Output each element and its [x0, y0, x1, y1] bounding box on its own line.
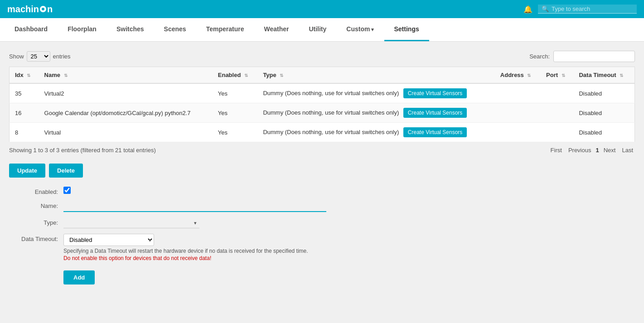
- add-row: Add: [9, 270, 326, 284]
- cell-data-timeout: Disabled: [573, 83, 634, 103]
- sort-arrows-type: ⇅: [280, 73, 283, 78]
- cell-address: [495, 123, 541, 142]
- cell-port: [541, 83, 573, 103]
- sort-arrows-enabled: ⇅: [244, 73, 248, 78]
- cell-name: Virtual: [39, 123, 213, 142]
- cell-port: [541, 123, 573, 142]
- search-label: Search:: [529, 53, 550, 60]
- show-label: Show: [9, 53, 24, 60]
- main-content: Show 25 10 50 100 entries Search: virt I…: [0, 42, 644, 299]
- name-row: Name:: [9, 201, 326, 212]
- table-controls: Show 25 10 50 100 entries Search: virt: [9, 51, 635, 62]
- table-search-input[interactable]: virt: [553, 51, 635, 62]
- cell-enabled: Yes: [213, 123, 258, 142]
- col-address[interactable]: Address ⇅: [495, 67, 541, 84]
- action-buttons: Update Delete: [9, 164, 635, 178]
- logo: machinn: [7, 4, 53, 14]
- cell-idx: 35: [10, 83, 39, 103]
- create-sensors-button[interactable]: Create Virtual Sensors: [403, 127, 467, 137]
- notification-bell-icon[interactable]: 🔔: [523, 5, 533, 14]
- cell-enabled: Yes: [213, 103, 258, 123]
- form-section: Update Delete Enabled: Name: Type:: [9, 164, 635, 284]
- cell-address: [495, 103, 541, 123]
- cell-type: Dummy (Does nothing, use for virtual swi…: [257, 83, 494, 103]
- sort-arrows-idx: ⇅: [27, 73, 30, 78]
- nav-item-utility[interactable]: Utility: [299, 18, 336, 41]
- search-box: 🔍: [538, 5, 637, 14]
- nav-item-custom[interactable]: Custom: [336, 18, 384, 41]
- nav-item-floorplan[interactable]: Floorplan: [58, 18, 107, 41]
- enabled-label: Enabled:: [9, 187, 63, 195]
- table-row[interactable]: 35 Virtual2 Yes Dummy (Does nothing, use…: [10, 83, 635, 103]
- nav-item-settings[interactable]: Settings: [384, 18, 429, 41]
- cell-idx: 8: [10, 123, 39, 142]
- data-timeout-control: Disabled 5 minutes 10 minutes 20 minutes…: [63, 234, 326, 261]
- col-port[interactable]: Port ⇅: [541, 67, 573, 84]
- nav-item-switches[interactable]: Switches: [107, 18, 154, 41]
- nav-item-weather[interactable]: Weather: [254, 18, 299, 41]
- type-select[interactable]: [63, 217, 199, 228]
- table-header-row: Idx ⇅ Name ⇅ Enabled ⇅ Type ⇅ Address ⇅ …: [10, 67, 635, 84]
- entries-per-page-select[interactable]: 25 10 50 100: [27, 51, 50, 62]
- name-control: [63, 201, 326, 212]
- logo-dot: [40, 6, 46, 12]
- add-button[interactable]: Add: [63, 270, 95, 284]
- cell-type: Dummy (Does nothing, use for virtual swi…: [257, 103, 494, 123]
- enabled-control: [63, 187, 326, 195]
- pagination: First Previous 1 Next Last: [549, 146, 635, 154]
- col-type[interactable]: Type ⇅: [257, 67, 494, 84]
- create-sensors-button[interactable]: Create Virtual Sensors: [403, 88, 467, 98]
- col-idx[interactable]: Idx ⇅: [10, 67, 39, 84]
- data-table: Idx ⇅ Name ⇅ Enabled ⇅ Type ⇅ Address ⇅ …: [9, 67, 635, 142]
- create-sensors-button[interactable]: Create Virtual Sensors: [403, 108, 467, 118]
- data-timeout-label: Data Timeout:: [9, 234, 63, 242]
- table-footer: Showing 1 to 3 of 3 entries (filtered fr…: [9, 146, 635, 154]
- nav-item-dashboard[interactable]: Dashboard: [5, 18, 58, 41]
- cell-port: [541, 103, 573, 123]
- col-enabled[interactable]: Enabled ⇅: [213, 67, 258, 84]
- type-label: Type:: [9, 217, 63, 226]
- update-button[interactable]: Update: [9, 164, 45, 178]
- nav-bar: Dashboard Floorplan Switches Scenes Temp…: [0, 18, 644, 42]
- search-icon: 🔍: [542, 5, 549, 12]
- sort-arrows-address: ⇅: [527, 73, 531, 78]
- pagination-last[interactable]: Last: [620, 146, 635, 154]
- cell-type: Dummy (Does nothing, use for virtual swi…: [257, 123, 494, 142]
- table-row[interactable]: 16 Google Calendar (opt/domoticz/GCal/gc…: [10, 103, 635, 123]
- sort-arrows-port: ⇅: [562, 73, 565, 78]
- type-row: Type:: [9, 217, 326, 228]
- cell-data-timeout: Disabled: [573, 103, 634, 123]
- showing-text: Showing 1 to 3 of 3 entries (filtered fr…: [9, 147, 156, 154]
- type-control: [63, 217, 326, 228]
- name-label: Name:: [9, 201, 63, 209]
- col-name[interactable]: Name ⇅: [39, 67, 213, 84]
- name-input[interactable]: [63, 201, 326, 212]
- sort-arrows-timeout: ⇅: [620, 73, 623, 78]
- pagination-current: 1: [596, 147, 599, 154]
- cell-name: Virtual2: [39, 83, 213, 103]
- col-data-timeout[interactable]: Data Timeout ⇅: [573, 67, 634, 84]
- timeout-wrapper: Disabled 5 minutes 10 minutes 20 minutes…: [63, 234, 154, 246]
- table-row[interactable]: 8 Virtual Yes Dummy (Does nothing, use f…: [10, 123, 635, 142]
- enabled-checkbox[interactable]: [63, 187, 71, 194]
- nav-item-temperature[interactable]: Temperature: [196, 18, 254, 41]
- show-entries: Show 25 10 50 100 entries: [9, 51, 71, 62]
- delete-button[interactable]: Delete: [49, 164, 83, 178]
- table-search-box: Search: virt: [529, 51, 635, 62]
- cell-idx: 16: [10, 103, 39, 123]
- entries-label: entries: [53, 53, 71, 60]
- pagination-previous[interactable]: Previous: [567, 146, 593, 154]
- top-bar: machinn 🔔 🔍: [0, 0, 644, 18]
- pagination-next[interactable]: Next: [602, 146, 618, 154]
- timeout-hint-red: Do not enable this option for devices th…: [63, 255, 326, 261]
- pagination-first[interactable]: First: [549, 146, 564, 154]
- data-timeout-select[interactable]: Disabled 5 minutes 10 minutes 20 minutes…: [63, 234, 154, 246]
- nav-item-scenes[interactable]: Scenes: [154, 18, 196, 41]
- enabled-row: Enabled:: [9, 187, 326, 195]
- search-input[interactable]: [552, 5, 633, 12]
- cell-enabled: Yes: [213, 83, 258, 103]
- sort-arrows-name: ⇅: [64, 73, 68, 78]
- data-timeout-row: Data Timeout: Disabled 5 minutes 10 minu…: [9, 234, 326, 261]
- cell-address: [495, 83, 541, 103]
- cell-data-timeout: Disabled: [573, 123, 634, 142]
